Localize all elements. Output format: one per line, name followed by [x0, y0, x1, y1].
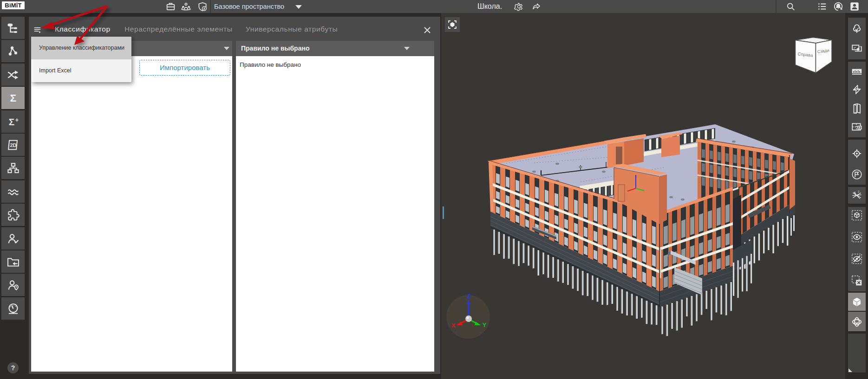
svg-text:Y: Y: [483, 321, 487, 328]
svg-text:Σ: Σ: [8, 116, 14, 127]
svg-text:X: X: [451, 322, 456, 329]
svg-text:1: 1: [855, 191, 856, 194]
svg-text:2: 2: [858, 190, 859, 193]
svg-text:2D: 2D: [10, 142, 16, 148]
svg-text:+: +: [15, 116, 19, 123]
svg-text:Σ: Σ: [10, 91, 16, 103]
svg-text:Z: Z: [467, 293, 471, 300]
